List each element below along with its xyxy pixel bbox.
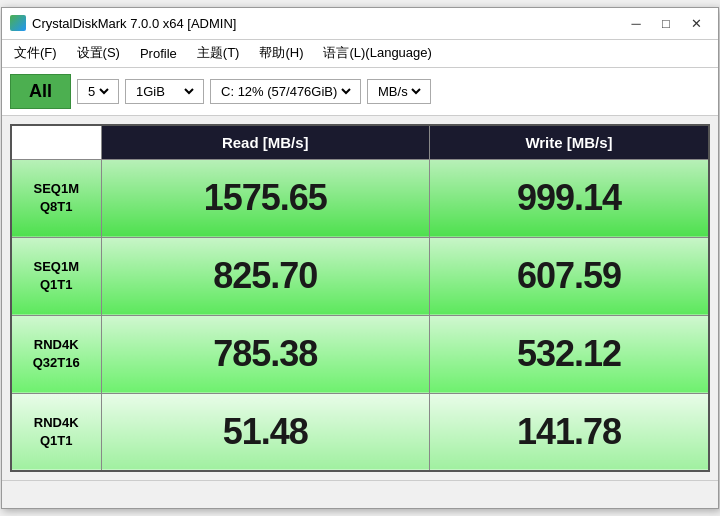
table-row: RND4K Q32T16 785.38 532.12 bbox=[11, 315, 709, 393]
row-label-seq1m-q8t1: SEQ1M Q8T1 bbox=[11, 159, 101, 237]
table-row: RND4K Q1T1 51.48 141.78 bbox=[11, 393, 709, 471]
app-icon bbox=[10, 15, 26, 31]
window-controls: ─ □ ✕ bbox=[622, 11, 710, 35]
read-value-rnd4k-q1t1: 51.48 bbox=[101, 393, 430, 471]
row-label-rnd4k-q32t16: RND4K Q32T16 bbox=[11, 315, 101, 393]
col-header-read: Read [MB/s] bbox=[101, 125, 430, 160]
menu-file[interactable]: 文件(F) bbox=[6, 42, 65, 64]
row-label-rnd4k-q1t1: RND4K Q1T1 bbox=[11, 393, 101, 471]
table-header-row: Read [MB/s] Write [MB/s] bbox=[11, 125, 709, 160]
table-row: SEQ1M Q8T1 1575.65 999.14 bbox=[11, 159, 709, 237]
write-value-rnd4k-q1t1: 141.78 bbox=[430, 393, 709, 471]
drive-select[interactable]: C: 12% (57/476GiB) bbox=[217, 83, 354, 100]
read-value-seq1m-q8t1: 1575.65 bbox=[101, 159, 430, 237]
read-value-seq1m-q1t1: 825.70 bbox=[101, 237, 430, 315]
status-bar bbox=[2, 480, 718, 508]
maximize-button[interactable]: □ bbox=[652, 11, 680, 35]
minimize-button[interactable]: ─ bbox=[622, 11, 650, 35]
menu-settings[interactable]: 设置(S) bbox=[69, 42, 128, 64]
all-button[interactable]: All bbox=[10, 74, 71, 109]
unit-dropdown[interactable]: MB/s GB/s bbox=[367, 79, 431, 104]
write-value-seq1m-q8t1: 999.14 bbox=[430, 159, 709, 237]
menu-help[interactable]: 帮助(H) bbox=[251, 42, 311, 64]
window-title: CrystalDiskMark 7.0.0 x64 [ADMIN] bbox=[32, 16, 622, 31]
runs-dropdown[interactable]: 5 1 3 bbox=[77, 79, 119, 104]
toolbar: All 5 1 3 1GiB 512MiB 256MiB C: 12% (57/… bbox=[2, 68, 718, 116]
menu-theme[interactable]: 主题(T) bbox=[189, 42, 248, 64]
titlebar: CrystalDiskMark 7.0.0 x64 [ADMIN] ─ □ ✕ bbox=[2, 8, 718, 40]
table-row: SEQ1M Q1T1 825.70 607.59 bbox=[11, 237, 709, 315]
size-dropdown[interactable]: 1GiB 512MiB 256MiB bbox=[125, 79, 204, 104]
menu-profile[interactable]: Profile bbox=[132, 44, 185, 63]
runs-select[interactable]: 5 1 3 bbox=[84, 83, 112, 100]
write-value-rnd4k-q32t16: 532.12 bbox=[430, 315, 709, 393]
size-select[interactable]: 1GiB 512MiB 256MiB bbox=[132, 83, 197, 100]
read-value-rnd4k-q32t16: 785.38 bbox=[101, 315, 430, 393]
col-header-write: Write [MB/s] bbox=[430, 125, 709, 160]
app-window: CrystalDiskMark 7.0.0 x64 [ADMIN] ─ □ ✕ … bbox=[1, 7, 719, 510]
write-value-seq1m-q1t1: 607.59 bbox=[430, 237, 709, 315]
col-header-label bbox=[11, 125, 101, 160]
menu-language[interactable]: 语言(L)(Language) bbox=[315, 42, 439, 64]
benchmark-area: Read [MB/s] Write [MB/s] SEQ1M Q8T1 1575… bbox=[2, 116, 718, 481]
drive-dropdown[interactable]: C: 12% (57/476GiB) bbox=[210, 79, 361, 104]
menubar: 文件(F) 设置(S) Profile 主题(T) 帮助(H) 语言(L)(La… bbox=[2, 40, 718, 68]
benchmark-table: Read [MB/s] Write [MB/s] SEQ1M Q8T1 1575… bbox=[10, 124, 710, 473]
unit-select[interactable]: MB/s GB/s bbox=[374, 83, 424, 100]
row-label-seq1m-q1t1: SEQ1M Q1T1 bbox=[11, 237, 101, 315]
close-button[interactable]: ✕ bbox=[682, 11, 710, 35]
